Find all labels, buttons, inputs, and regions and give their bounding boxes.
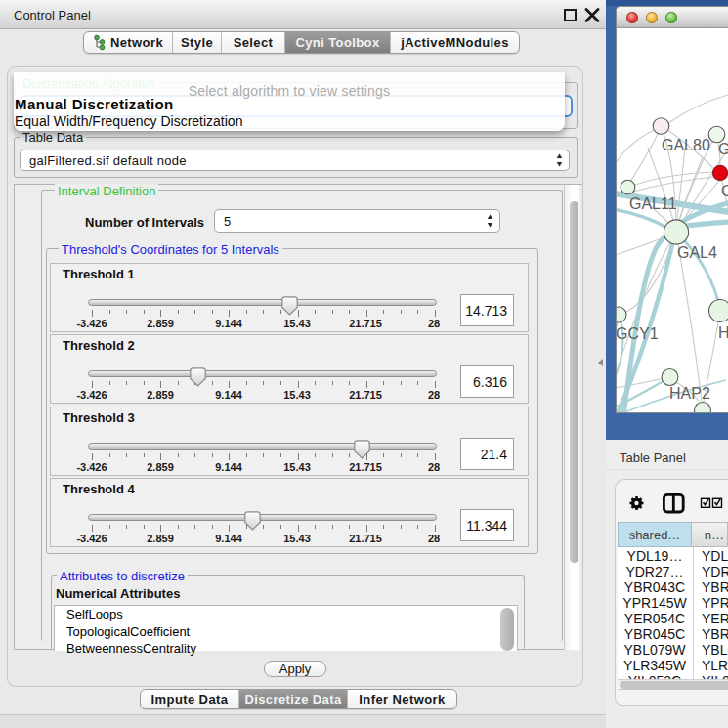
svg-text:HAP2: HAP2 [669,385,710,402]
svg-text:GA: GA [718,141,728,157]
svg-text:HI: HI [718,324,728,341]
svg-text:GCY1: GCY1 [617,325,659,342]
svg-text:GAL11: GAL11 [629,195,677,212]
svg-text:GAL80: GAL80 [662,137,710,153]
svg-text:GAL4: GAL4 [677,244,717,261]
svg-text:C: C [721,183,728,199]
